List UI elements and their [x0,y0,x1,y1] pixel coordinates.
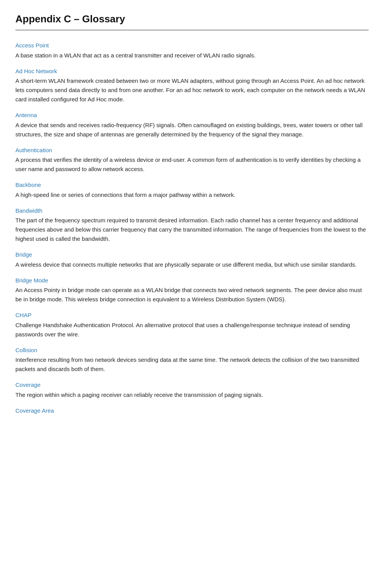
term-bridge: Bridge [15,250,369,259]
glossary-entry-coverage: CoverageThe region within which a paging… [15,381,369,400]
term-antenna: Antenna [15,111,369,120]
term-backbone: Backbone [15,181,369,190]
definition-authentication: A process that verifies the identity of … [15,155,369,174]
definition-chap: Challenge Handshake Authentication Proto… [15,321,369,339]
glossary-entry-collision: CollisionInterference resulting from two… [15,346,369,374]
definition-collision: Interference resulting from two network … [15,355,369,374]
term-coverage: Coverage [15,381,369,390]
definition-bridge-mode: An Access Pointy in bridge mode can oper… [15,286,369,304]
glossary-entry-backbone: BackboneA high-speed line or series of c… [15,181,369,200]
glossary-entry-ad-hoc-network: Ad Hoc NetworkA short-term WLAN framewor… [15,67,369,104]
definition-antenna: A device that sends and receives radio-f… [15,121,369,139]
page-title: Appendix C – Glossary [15,12,369,30]
glossary-entry-bridge-mode: Bridge ModeAn Access Pointy in bridge mo… [15,276,369,304]
glossary-entry-coverage-area: Coverage Area [15,407,369,415]
glossary-entry-chap: CHAPChallenge Handshake Authentication P… [15,311,369,339]
term-bandwidth: Bandwidth [15,207,369,215]
glossary-entry-access-point: Access PointA base station in a WLAN tha… [15,41,369,60]
glossary-entry-antenna: AntennaA device that sends and receives … [15,111,369,139]
term-collision: Collision [15,346,369,355]
definition-bridge: A wireless device that connects multiple… [15,260,369,269]
definition-coverage: The region within which a paging receive… [15,390,369,400]
definition-ad-hoc-network: A short-term WLAN framework created betw… [15,76,369,104]
term-coverage-area: Coverage Area [15,407,369,415]
term-ad-hoc-network: Ad Hoc Network [15,67,369,76]
glossary-entry-authentication: AuthenticationA process that verifies th… [15,146,369,174]
glossary-entry-bandwidth: BandwidthThe part of the frequency spect… [15,207,369,244]
definition-backbone: A high-speed line or series of connectio… [15,190,369,200]
glossary-container: Access PointA base station in a WLAN tha… [15,41,369,415]
definition-bandwidth: The part of the frequency spectrum requi… [15,216,369,244]
term-chap: CHAP [15,311,369,320]
definition-access-point: A base station in a WLAN that act as a c… [15,51,369,60]
glossary-entry-bridge: BridgeA wireless device that connects mu… [15,250,369,269]
term-access-point: Access Point [15,41,369,50]
term-authentication: Authentication [15,146,369,155]
term-bridge-mode: Bridge Mode [15,276,369,285]
